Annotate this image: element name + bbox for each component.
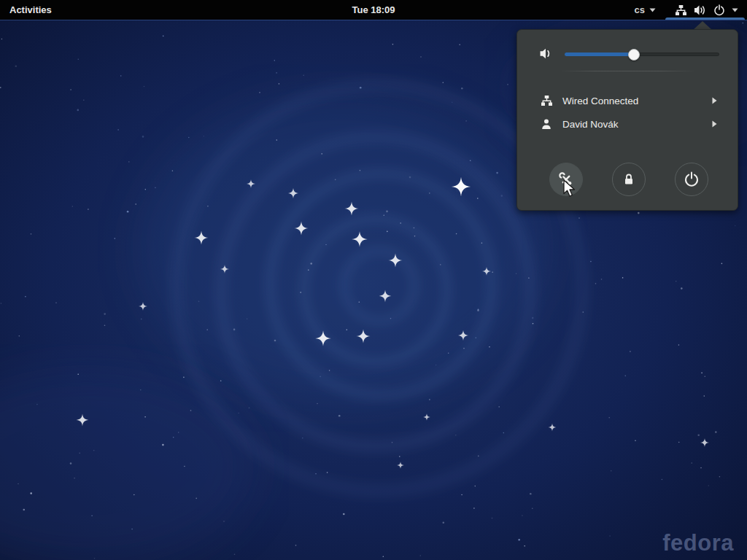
power-button[interactable] <box>675 163 708 196</box>
volume-slider-handle[interactable] <box>628 49 640 61</box>
wired-network-label: Wired Connected <box>562 96 638 106</box>
volume-high-icon <box>694 4 707 16</box>
fedora-logo: fedora <box>662 530 734 556</box>
chevron-down-icon <box>732 8 738 12</box>
settings-button[interactable] <box>549 163 583 196</box>
lock-button[interactable] <box>612 163 646 196</box>
user-name-label: David Novák <box>562 119 619 130</box>
power-icon <box>684 171 700 187</box>
open-menu-underline <box>665 18 745 20</box>
system-menu-button[interactable] <box>665 0 747 20</box>
settings-icon <box>558 171 574 187</box>
menu-item-wired-network[interactable]: Wired Connected <box>517 89 738 112</box>
desktop-screen: Activities Tue 18:09 cs <box>0 0 747 560</box>
keyboard-layout-indicator[interactable]: cs <box>626 0 665 20</box>
network-wired-icon <box>541 95 553 106</box>
volume-slider[interactable] <box>565 51 719 58</box>
user-icon <box>541 118 552 130</box>
system-menu-panel: Wired Connected David Novák <box>516 29 738 211</box>
power-icon <box>713 4 725 16</box>
system-actions-row <box>517 163 738 196</box>
clock-menu-button[interactable]: Tue 18:09 <box>352 4 395 15</box>
volume-slider-fill <box>565 52 634 56</box>
network-wired-icon <box>675 4 687 16</box>
keyboard-layout-label: cs <box>635 4 645 15</box>
submenu-arrow-icon <box>712 97 717 104</box>
top-bar-right: cs <box>626 0 747 20</box>
volume-medium-icon <box>539 47 553 62</box>
menu-item-user[interactable]: David Novák <box>517 112 738 136</box>
lock-icon <box>622 172 636 187</box>
activities-button[interactable]: Activities <box>0 0 61 20</box>
top-bar: Activities Tue 18:09 cs <box>0 0 747 20</box>
volume-row <box>517 41 738 69</box>
wallpaper-horizon-line <box>0 20 747 20</box>
menu-separator <box>560 71 697 71</box>
submenu-arrow-icon <box>712 120 717 128</box>
chevron-down-icon <box>649 8 656 12</box>
